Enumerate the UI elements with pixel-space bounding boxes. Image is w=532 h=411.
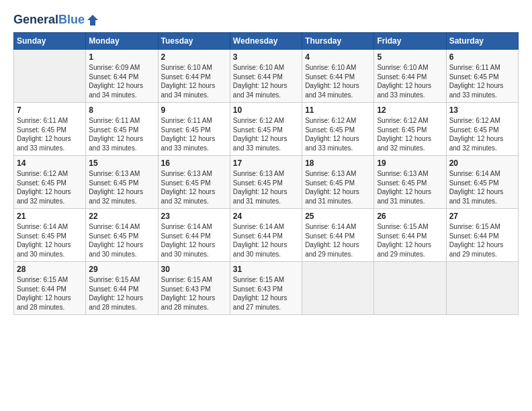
day-number: 8 <box>89 105 154 115</box>
day-number: 7 <box>17 105 83 115</box>
day-info: Sunrise: 6:10 AM Sunset: 6:44 PM Dayligh… <box>305 63 371 99</box>
header: GeneralBlue <box>13 13 519 27</box>
day-info: Sunrise: 6:12 AM Sunset: 6:45 PM Dayligh… <box>377 116 443 152</box>
day-cell <box>446 262 518 315</box>
day-info: Sunrise: 6:13 AM Sunset: 6:45 PM Dayligh… <box>161 169 227 205</box>
week-row-3: 14Sunrise: 6:12 AM Sunset: 6:45 PM Dayli… <box>14 156 519 209</box>
day-cell: 28Sunrise: 6:15 AM Sunset: 6:44 PM Dayli… <box>14 262 86 315</box>
day-info: Sunrise: 6:11 AM Sunset: 6:45 PM Dayligh… <box>89 116 154 152</box>
day-number: 28 <box>17 265 83 274</box>
day-number: 2 <box>161 52 227 62</box>
week-row-2: 7Sunrise: 6:11 AM Sunset: 6:45 PM Daylig… <box>14 103 519 156</box>
day-cell: 27Sunrise: 6:15 AM Sunset: 6:44 PM Dayli… <box>446 209 518 262</box>
day-info: Sunrise: 6:14 AM Sunset: 6:45 PM Dayligh… <box>89 222 154 259</box>
day-cell <box>14 50 86 103</box>
day-cell <box>374 262 446 315</box>
day-info: Sunrise: 6:10 AM Sunset: 6:44 PM Dayligh… <box>377 63 443 99</box>
day-number: 1 <box>89 52 154 62</box>
day-cell: 20Sunrise: 6:14 AM Sunset: 6:45 PM Dayli… <box>446 156 518 209</box>
day-cell: 16Sunrise: 6:13 AM Sunset: 6:45 PM Dayli… <box>158 156 230 209</box>
day-number: 10 <box>233 105 299 115</box>
day-info: Sunrise: 6:13 AM Sunset: 6:45 PM Dayligh… <box>305 169 371 205</box>
day-cell: 7Sunrise: 6:11 AM Sunset: 6:45 PM Daylig… <box>14 103 86 156</box>
day-number: 14 <box>17 158 83 168</box>
day-cell: 8Sunrise: 6:11 AM Sunset: 6:45 PM Daylig… <box>86 103 158 156</box>
day-cell: 2Sunrise: 6:10 AM Sunset: 6:44 PM Daylig… <box>158 50 230 103</box>
day-cell: 17Sunrise: 6:13 AM Sunset: 6:45 PM Dayli… <box>230 156 302 209</box>
day-info: Sunrise: 6:14 AM Sunset: 6:44 PM Dayligh… <box>161 222 227 259</box>
day-info: Sunrise: 6:15 AM Sunset: 6:43 PM Dayligh… <box>161 275 227 312</box>
day-info: Sunrise: 6:11 AM Sunset: 6:45 PM Dayligh… <box>449 63 515 99</box>
day-cell: 30Sunrise: 6:15 AM Sunset: 6:43 PM Dayli… <box>158 262 230 315</box>
day-info: Sunrise: 6:14 AM Sunset: 6:45 PM Dayligh… <box>449 169 515 205</box>
week-row-5: 28Sunrise: 6:15 AM Sunset: 6:44 PM Dayli… <box>14 262 519 315</box>
day-cell: 9Sunrise: 6:11 AM Sunset: 6:45 PM Daylig… <box>158 103 230 156</box>
day-info: Sunrise: 6:10 AM Sunset: 6:44 PM Dayligh… <box>161 63 227 99</box>
day-number: 3 <box>233 52 299 62</box>
calendar-body: 1Sunrise: 6:09 AM Sunset: 6:44 PM Daylig… <box>14 50 519 315</box>
day-number: 19 <box>377 158 443 168</box>
day-cell <box>302 262 374 315</box>
day-number: 20 <box>449 158 515 168</box>
day-cell: 22Sunrise: 6:14 AM Sunset: 6:45 PM Dayli… <box>86 209 158 262</box>
logo-text: GeneralBlue <box>13 13 85 27</box>
day-cell: 5Sunrise: 6:10 AM Sunset: 6:44 PM Daylig… <box>374 50 446 103</box>
day-cell: 15Sunrise: 6:13 AM Sunset: 6:45 PM Dayli… <box>86 156 158 209</box>
day-info: Sunrise: 6:14 AM Sunset: 6:44 PM Dayligh… <box>305 222 371 259</box>
logo-icon <box>86 13 99 27</box>
day-cell: 25Sunrise: 6:14 AM Sunset: 6:44 PM Dayli… <box>302 209 374 262</box>
day-info: Sunrise: 6:14 AM Sunset: 6:44 PM Dayligh… <box>233 222 299 259</box>
day-number: 16 <box>161 158 227 168</box>
day-number: 17 <box>233 158 299 168</box>
day-number: 22 <box>89 212 154 221</box>
day-number: 30 <box>161 265 227 274</box>
calendar-table: SundayMondayTuesdayWednesdayThursdayFrid… <box>13 32 519 315</box>
week-row-1: 1Sunrise: 6:09 AM Sunset: 6:44 PM Daylig… <box>14 50 519 103</box>
day-info: Sunrise: 6:12 AM Sunset: 6:45 PM Dayligh… <box>449 116 515 152</box>
header-cell-wednesday: Wednesday <box>230 33 302 50</box>
day-cell: 31Sunrise: 6:15 AM Sunset: 6:43 PM Dayli… <box>230 262 302 315</box>
day-info: Sunrise: 6:10 AM Sunset: 6:44 PM Dayligh… <box>233 63 299 99</box>
day-cell: 21Sunrise: 6:14 AM Sunset: 6:45 PM Dayli… <box>14 209 86 262</box>
logo: GeneralBlue <box>13 13 99 27</box>
day-info: Sunrise: 6:15 AM Sunset: 6:43 PM Dayligh… <box>233 275 299 312</box>
day-info: Sunrise: 6:12 AM Sunset: 6:45 PM Dayligh… <box>233 116 299 152</box>
day-number: 6 <box>449 52 515 62</box>
day-number: 18 <box>305 158 371 168</box>
day-cell: 1Sunrise: 6:09 AM Sunset: 6:44 PM Daylig… <box>86 50 158 103</box>
day-cell: 3Sunrise: 6:10 AM Sunset: 6:44 PM Daylig… <box>230 50 302 103</box>
calendar-header: SundayMondayTuesdayWednesdayThursdayFrid… <box>14 33 519 50</box>
day-info: Sunrise: 6:15 AM Sunset: 6:44 PM Dayligh… <box>89 275 154 312</box>
day-number: 9 <box>161 105 227 115</box>
day-cell: 6Sunrise: 6:11 AM Sunset: 6:45 PM Daylig… <box>446 50 518 103</box>
day-info: Sunrise: 6:11 AM Sunset: 6:45 PM Dayligh… <box>161 116 227 152</box>
header-cell-friday: Friday <box>374 33 446 50</box>
day-info: Sunrise: 6:09 AM Sunset: 6:44 PM Dayligh… <box>89 63 154 99</box>
day-cell: 4Sunrise: 6:10 AM Sunset: 6:44 PM Daylig… <box>302 50 374 103</box>
day-number: 13 <box>449 105 515 115</box>
day-info: Sunrise: 6:15 AM Sunset: 6:44 PM Dayligh… <box>449 222 515 259</box>
header-cell-sunday: Sunday <box>14 33 86 50</box>
day-cell: 29Sunrise: 6:15 AM Sunset: 6:44 PM Dayli… <box>86 262 158 315</box>
day-info: Sunrise: 6:14 AM Sunset: 6:45 PM Dayligh… <box>17 222 83 259</box>
day-info: Sunrise: 6:13 AM Sunset: 6:45 PM Dayligh… <box>233 169 299 205</box>
day-number: 23 <box>161 212 227 221</box>
day-info: Sunrise: 6:12 AM Sunset: 6:45 PM Dayligh… <box>17 169 83 205</box>
header-cell-saturday: Saturday <box>446 33 518 50</box>
header-cell-monday: Monday <box>86 33 158 50</box>
day-info: Sunrise: 6:11 AM Sunset: 6:45 PM Dayligh… <box>17 116 83 152</box>
week-row-4: 21Sunrise: 6:14 AM Sunset: 6:45 PM Dayli… <box>14 209 519 262</box>
day-info: Sunrise: 6:13 AM Sunset: 6:45 PM Dayligh… <box>377 169 443 205</box>
header-cell-tuesday: Tuesday <box>158 33 230 50</box>
day-info: Sunrise: 6:13 AM Sunset: 6:45 PM Dayligh… <box>89 169 154 205</box>
day-number: 21 <box>17 212 83 221</box>
day-number: 29 <box>89 265 154 274</box>
day-number: 15 <box>89 158 154 168</box>
day-number: 11 <box>305 105 371 115</box>
day-cell: 11Sunrise: 6:12 AM Sunset: 6:45 PM Dayli… <box>302 103 374 156</box>
day-number: 4 <box>305 52 371 62</box>
day-cell: 23Sunrise: 6:14 AM Sunset: 6:44 PM Dayli… <box>158 209 230 262</box>
day-number: 26 <box>377 212 443 221</box>
day-cell: 18Sunrise: 6:13 AM Sunset: 6:45 PM Dayli… <box>302 156 374 209</box>
day-cell: 14Sunrise: 6:12 AM Sunset: 6:45 PM Dayli… <box>14 156 86 209</box>
